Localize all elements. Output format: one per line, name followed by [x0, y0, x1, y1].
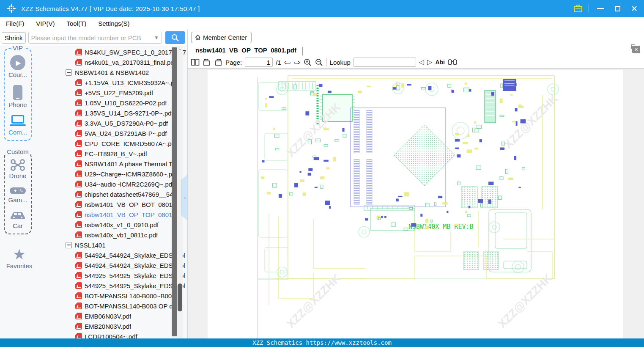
close-all-tabs-icon[interactable]: ✕	[632, 46, 640, 53]
panel-scrollbar-thumb[interactable]	[178, 283, 182, 311]
match-case-button[interactable]: Abi	[435, 59, 445, 66]
tree-group-row[interactable]: NSBW1401 & NSBW1402	[36, 67, 187, 77]
pdf-file-icon	[75, 252, 82, 258]
gamepad-icon	[9, 186, 26, 195]
vip-group: VIP ▶ Cour... Phone Com...	[4, 48, 32, 141]
tree-pdf-row[interactable]: 544924_544924_Skylake_EDS_Vol	[36, 250, 187, 260]
tree-pdf-row[interactable]: EMB06N03V.pdf	[36, 311, 187, 321]
tree-pdf-row[interactable]: chipshet datasheet547869__5478	[36, 189, 187, 199]
pdf-toolbar: Page: /1 ⇦ ⇨ Lookup	[188, 56, 644, 69]
tree-item-label: nsbw1401_VB_OP_TOP_0801.pdf	[85, 211, 183, 218]
tree-item-label: BOT-MPANSSL140-B000~B002	[85, 292, 175, 300]
lookup-label: Lookup	[330, 59, 351, 66]
menu-vip[interactable]: VIP(V)	[36, 20, 55, 27]
next-page-icon[interactable]: ⇨	[294, 58, 301, 66]
sidebar-item-course[interactable]: ▶ Cour...	[5, 55, 31, 78]
maximize-button[interactable]	[612, 3, 623, 14]
pdf-file-icon	[75, 99, 82, 106]
pdf-file-icon	[75, 191, 82, 198]
pdf-file-icon	[75, 110, 82, 116]
lookup-input[interactable]	[354, 58, 416, 67]
pdf-file-icon	[75, 160, 82, 167]
pdf-file-icon	[75, 333, 82, 338]
tree-pdf-row[interactable]: 1.35VS_U14_DS-9271-0P~.pdf	[36, 108, 187, 118]
menu-settings[interactable]: Settings(S)	[98, 20, 129, 27]
tree-pdf-row[interactable]: ns4ku01_va_20170311_final.pdf	[36, 57, 187, 67]
tree-item-label: nsbw140x_v1_0_0910.pdf	[85, 221, 159, 228]
sidebar-item-favorites[interactable]: ★ Favorites	[3, 247, 36, 270]
collapse-minus-icon[interactable]	[66, 242, 72, 248]
shrink-button[interactable]: Shrink	[2, 32, 26, 44]
model-search-box[interactable]: ▼	[28, 32, 162, 44]
previous-page-icon[interactable]: ⇦	[284, 58, 291, 66]
pdf-viewer[interactable]: NSBW140X MB REV:B XZZ@XZZHK XZZ@XZZHK XZ…	[188, 69, 644, 338]
tree-pdf-row[interactable]: U29--Charge--ICMR3Z8660~.pdf	[36, 169, 187, 179]
search-input[interactable]	[31, 34, 153, 41]
tab-active-document[interactable]: nsbw1401_VB_OP_TOP_0801.pdf	[188, 47, 302, 56]
tree-item-label: chipshet datasheet547869__5478	[85, 191, 180, 198]
find-previous-icon[interactable]: ◁	[419, 59, 424, 66]
tree-pdf-row[interactable]: 3.3VA_U5_DS7290A-P0~.pdf	[36, 118, 187, 128]
tree-pdf-row[interactable]: EC--IT8928_B_V~.pdf	[36, 148, 187, 159]
tree-pdf-row[interactable]: BOT-MPANSSL140-B003 OP draw	[36, 301, 187, 311]
zoom-out-button[interactable]	[315, 58, 323, 67]
tree-pdf-row[interactable]: nsbw1401_VB_OP_BOT_0801.pdf	[36, 199, 187, 209]
zoom-in-button[interactable]	[304, 58, 312, 67]
watermark-text: XZZ@XZZHK	[501, 92, 561, 151]
menu-bar: File(F) VIP(V) Tool(T) Settings(S)	[0, 17, 644, 30]
chevron-down-icon[interactable]: ▼	[154, 35, 159, 41]
tree-pdf-row[interactable]: +5VS_U22_EM5209.pdf	[36, 88, 187, 98]
sidebar-item-car[interactable]: Car	[5, 210, 31, 229]
tree-pdf-row[interactable]: U34--audio -ICMR2C269Q~.pdf	[36, 179, 187, 189]
tree-item-label: 544925_544925_Skylake_EDS_Vol	[85, 282, 185, 289]
pdf-file-icon	[75, 170, 82, 177]
tree-pdf-row[interactable]: EMB20N03V.pdf	[36, 321, 187, 331]
close-button[interactable]: ✕	[629, 3, 640, 14]
sidebar-item-drone[interactable]: Drone	[5, 159, 31, 179]
tree-pdf-row[interactable]: 5VA_U24_DS7291AB-P~.pdf	[36, 128, 187, 138]
tree-pdf-row[interactable]: nsbw1401_VB_OP_TOP_0801.pdf	[36, 209, 187, 220]
tree-scrollbar-thumb[interactable]	[172, 47, 177, 336]
page-number-input[interactable]	[245, 58, 273, 67]
pdf-file-icon	[75, 59, 82, 66]
collapse-minus-icon[interactable]	[66, 69, 72, 76]
binoculars-icon[interactable]	[448, 58, 457, 67]
rotate-right-button[interactable]	[214, 58, 222, 67]
panel-collapse-handle[interactable]: ‹	[181, 174, 187, 221]
tree-pdf-row[interactable]: +1.15VA_U13_ICMR35932A~.pdf	[36, 77, 187, 88]
pdf-file-icon	[75, 262, 82, 269]
minimize-button[interactable]	[595, 3, 606, 14]
pdf-file-icon	[75, 49, 82, 55]
two-page-view-button[interactable]	[191, 58, 200, 67]
tree-pdf-row[interactable]: 544924_544924_Skylake_EDS_Vol	[36, 260, 187, 270]
find-next-icon[interactable]: ▷	[427, 59, 432, 66]
tree-item-label: BOT-MPANSSL140-B003 OP draw	[85, 302, 183, 310]
search-row: Shrink ▼	[0, 30, 187, 46]
tree-pdf-row[interactable]: NSBW1401 A phase Thermal Test	[36, 159, 187, 169]
tree-pdf-row[interactable]: 544925_544925_Skylake_EDS_Vol	[36, 270, 187, 280]
sidebar-item-game[interactable]: Gam...	[5, 186, 31, 204]
tree-pdf-row[interactable]: CPU_CORE_ICMRD5607A~.pdf	[36, 138, 187, 148]
rotate-left-button[interactable]	[203, 58, 211, 67]
search-button[interactable]	[165, 31, 185, 44]
tree-item-label: NS4KU_SW_SPEC_1_0_20170317	[85, 49, 186, 56]
tree-item-label: EMB20N03V.pdf	[85, 323, 131, 330]
tree-item-label: NSSL1401	[75, 242, 106, 249]
tree-pdf-row[interactable]: 544925_544925_Skylake_EDS_Vol	[36, 280, 187, 291]
tree-pdf-row[interactable]: nsbw140x_v1_0_0910.pdf	[36, 220, 187, 230]
car-icon	[9, 210, 26, 221]
tree-pdf-row[interactable]: 1.05V_U10_DS6220-P02.pdf	[36, 98, 187, 108]
member-center-button[interactable]: Member Center	[191, 32, 252, 43]
tree-pdf-row[interactable]: nsbw140x_vb1_0811c.pdf	[36, 230, 187, 240]
menu-file[interactable]: File(F)	[6, 20, 24, 27]
tree-group-row[interactable]: NSSL1401	[36, 240, 187, 250]
file-tree: NS4KU_SW_SPEC_1_0_20170317ns4ku01_va_201…	[36, 46, 187, 338]
license-briefcase-icon[interactable]	[573, 4, 583, 13]
sidebar-item-computer[interactable]: Com...	[5, 115, 31, 136]
tree-pdf-row[interactable]: BOT-MPANSSL140-B000~B002	[36, 291, 187, 301]
menu-tool[interactable]: Tool(T)	[67, 20, 87, 27]
tree-pdf-row[interactable]: LCDR100504~.pdf	[36, 331, 187, 338]
sidebar-item-phone[interactable]: Phone	[5, 85, 31, 108]
tree-pdf-row[interactable]: NS4KU_SW_SPEC_1_0_20170317	[36, 47, 187, 57]
scroll-up-icon[interactable]: ⌃	[177, 48, 182, 52]
